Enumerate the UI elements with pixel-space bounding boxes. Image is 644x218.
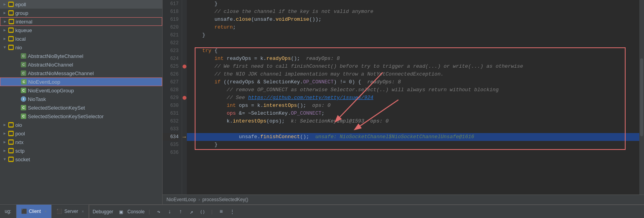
code-line-632: k.interestOps(ops); k: SelectionKeyImpl@…: [187, 117, 639, 125]
sidebar-item-label: NioEventLoopGroup: [28, 88, 74, 94]
scrollbar[interactable]: [639, 0, 644, 195]
sidebar-item-local[interactable]: local: [0, 34, 162, 43]
sidebar-item-selected-key-set[interactable]: C SelectedSelectionKeySet: [0, 103, 162, 112]
debug-gutter: →: [182, 0, 187, 195]
line-num-620: 620: [163, 23, 179, 31]
package-icon-kqueue: [8, 27, 14, 33]
sidebar-item-oio[interactable]: oio: [0, 121, 162, 129]
sidebar-item-abstract-nio-channel[interactable]: C AbstractNioChannel: [0, 60, 162, 69]
frames-btn[interactable]: ≡: [217, 207, 226, 216]
sidebar-item-group[interactable]: group: [0, 9, 162, 17]
toolbar-divider-2: |: [210, 209, 213, 215]
sidebar-item-label: AbstractNioByteChannel: [28, 53, 83, 59]
frames-icon: ≡: [220, 209, 223, 215]
code-line-636: [187, 149, 639, 157]
package-icon-group: [8, 10, 14, 16]
code-content: } // close the channel if the key is not…: [187, 0, 639, 195]
class-icon-nio-task: I: [20, 96, 27, 102]
sidebar-item-label: group: [15, 10, 28, 16]
tab-server[interactable]: ⬛ Server ×: [52, 205, 89, 218]
sidebar-item-label: internal: [16, 19, 33, 25]
code-line-619: unsafe.close(unsafe.voidPromise());: [187, 16, 639, 23]
package-icon-sctp: [8, 148, 14, 154]
evaluate-btn[interactable]: ⟨⟩: [198, 207, 207, 216]
tab-client[interactable]: ⬛ Client ×: [16, 205, 52, 218]
sidebar-item-abstract-nio-message-channel[interactable]: C AbstractNioMessageChannel: [0, 69, 162, 77]
step-into-btn[interactable]: ↓: [165, 207, 174, 216]
tree-arrow-oio: [2, 122, 8, 128]
console-icon: ▣: [119, 209, 123, 215]
threads-btn[interactable]: ⋮: [228, 207, 237, 216]
code-line-631: ops &= ~SelectionKey.OP_CONNECT;: [187, 110, 639, 117]
tree-arrow-sctp: [2, 148, 8, 154]
line-num-631: 631: [163, 110, 179, 117]
class-icon-abstract-nio-byte-channel: C: [20, 53, 27, 59]
debugger-toolbar: Debugger ▣ Console | ↷ ↓ ↑ ↗ ⟨⟩ | ≡ ⋮: [89, 205, 644, 218]
tree-arrow-leaf: [14, 70, 20, 76]
tree-arrow-rxtx: [2, 139, 8, 145]
sidebar-item-nio-event-loop-group[interactable]: C NioEventLoopGroup: [0, 86, 162, 95]
tab-client-label: Client: [29, 209, 41, 214]
line-num-619: 619: [163, 16, 179, 23]
code-line-630: int ops = k.interestOps(); ops: 0: [187, 102, 639, 110]
line-num-636: 636: [163, 149, 179, 157]
sidebar-item-pool[interactable]: pool: [0, 129, 162, 138]
tab-client-close[interactable]: ×: [44, 209, 47, 214]
line-num-630: 630: [163, 102, 179, 110]
code-line-628: // remove OP_CONNECT as otherwise Select…: [187, 86, 639, 94]
tree-arrow-socket: [2, 156, 8, 162]
run-to-cursor-btn[interactable]: ↗: [187, 207, 196, 216]
sidebar-item-rxtx[interactable]: rxtx: [0, 138, 162, 146]
sidebar-item-internal[interactable]: internal: [0, 17, 162, 26]
sidebar-item-label: NioTask: [28, 96, 46, 102]
sidebar-item-socket[interactable]: socket: [0, 155, 162, 164]
line-num-618: 618: [163, 8, 179, 16]
file-tree-sidebar: epoll group internal kqueue local: [0, 0, 163, 204]
line-num-624: 624: [163, 55, 179, 63]
tree-arrow-kqueue: [2, 27, 8, 33]
sidebar-item-epoll[interactable]: epoll: [0, 0, 162, 9]
tree-arrow-leaf: [14, 53, 20, 59]
sidebar-item-nio-event-loop[interactable]: C NioEventLoop: [0, 77, 162, 86]
scroll-thumb[interactable]: [640, 58, 643, 136]
package-icon-internal: [8, 18, 14, 25]
debug-current-line-arrow: →: [183, 134, 186, 140]
step-over-btn[interactable]: ↷: [154, 207, 163, 216]
class-icon-nio-event-loop-group: C: [20, 87, 27, 94]
run-to-cursor-icon: ↗: [190, 209, 193, 215]
code-line-618: // close the channel if the key is not v…: [187, 8, 639, 16]
code-line-617: }: [187, 0, 639, 8]
breadcrumb-class: NioEventLoop: [166, 197, 196, 202]
tree-arrow-nio: [2, 44, 8, 50]
line-num-625: 625: [163, 63, 179, 70]
class-icon-selected-key-set: C: [20, 104, 27, 111]
sidebar-item-label: nio: [15, 45, 22, 50]
sidebar-item-abstract-nio-byte-channel[interactable]: C AbstractNioByteChannel: [0, 52, 162, 60]
sidebar-item-nio-task[interactable]: I NioTask: [0, 95, 162, 103]
sidebar-item-nio[interactable]: nio: [0, 43, 162, 52]
sidebar-item-label: rxtx: [15, 139, 24, 145]
toolbar-divider-1: |: [148, 209, 151, 215]
sidebar-item-label: NioEventLoop: [28, 79, 60, 85]
sidebar-item-kqueue[interactable]: kqueue: [0, 26, 162, 34]
sidebar-item-label: sctp: [15, 148, 25, 154]
step-out-btn[interactable]: ↑: [176, 207, 185, 216]
code-line-627: if ((readyOps & SelectionKey.OP_CONNECT)…: [187, 78, 639, 86]
code-line-623: try {: [187, 47, 639, 55]
line-num-627: 627: [163, 78, 179, 86]
sidebar-item-selected-key-set-selector[interactable]: C SelectedSelectionKeySetSelector: [0, 112, 162, 121]
step-over-icon: ↷: [157, 209, 160, 215]
package-icon-socket: [8, 156, 14, 162]
sidebar-item-sctp[interactable]: sctp: [0, 146, 162, 155]
package-icon-rxtx: [8, 139, 14, 145]
code-lines: } // close the channel if the key is not…: [187, 0, 639, 157]
tree-arrow-epoll: [2, 1, 8, 7]
tab-server-close[interactable]: ×: [82, 209, 84, 214]
sidebar-item-label: AbstractNioMessageChannel: [28, 70, 94, 76]
debug-label: ug:: [0, 205, 16, 218]
console-toggle-btn[interactable]: ▣: [116, 207, 126, 216]
sidebar-item-label: socket: [15, 157, 30, 162]
code-line-621: }: [187, 31, 639, 39]
code-line-624: int readyOps = k.readyOps(); readyOps: 8: [187, 55, 639, 63]
sidebar-item-label: local: [15, 36, 26, 42]
